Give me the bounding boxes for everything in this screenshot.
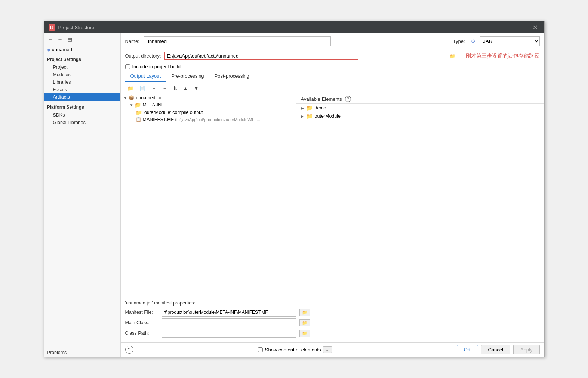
jar-icon: 📦 <box>129 95 134 100</box>
back-button[interactable]: ← <box>46 35 55 43</box>
tree-node-label-unnamed-jar: unnamed.jar <box>136 95 162 100</box>
sidebar-item-problems[interactable]: Problems <box>44 347 120 357</box>
name-input[interactable] <box>144 36 331 46</box>
sidebar-item-sdks[interactable]: SDKs <box>44 111 120 119</box>
type-label: Type: <box>453 38 465 44</box>
tree-node-outer-module-output[interactable]: 📁 'outerModule' compile output <box>121 109 296 116</box>
show-content-checkbox[interactable] <box>258 347 263 352</box>
output-dir-input[interactable] <box>167 53 355 59</box>
ok-button[interactable]: OK <box>457 345 478 354</box>
nav-toolbar: ← → ▤ <box>44 33 120 45</box>
folder-icon-outer-module-avail: 📁 <box>306 113 313 119</box>
avail-item-demo[interactable]: ▶ 📁 demo <box>296 104 544 112</box>
avail-item-outer-module-label: outerModule <box>315 114 341 119</box>
forward-button[interactable]: → <box>56 35 64 43</box>
tree-node-label-meta-inf: META-INF <box>142 102 164 108</box>
tabs-bar: Output Layout Pre-processing Post-proces… <box>121 71 544 82</box>
show-content-label: Show content of elements <box>265 347 321 353</box>
name-type-row: Name: Type: ⚙ JAR <box>121 33 544 49</box>
folder-icon-demo: 📁 <box>306 105 313 111</box>
move-down-button[interactable]: ▼ <box>191 84 201 92</box>
layout-toolbar: 📁 📄 ＋ － ⇅ ▲ ▼ <box>121 82 544 94</box>
help-icon-elements[interactable]: ? <box>345 96 351 102</box>
tree-node-label-outer-module: 'outerModule' compile output <box>144 110 203 115</box>
available-elements-panel: Available Elements ? ▶ 📁 demo ▶ 📁 outerM… <box>296 94 544 297</box>
manifest-properties-title: 'unnamed.jar' manifest properties: <box>125 300 540 306</box>
close-button[interactable]: ✕ <box>530 23 540 32</box>
sidebar-item-facets[interactable]: Facets <box>44 86 120 93</box>
tab-pre-processing[interactable]: Pre-processing <box>166 71 209 82</box>
folder-icon-outer-module: 📁 <box>136 109 142 115</box>
manifest-properties-section: 'unnamed.jar' manifest properties: Manif… <box>121 297 544 342</box>
ok-cancel-row: OK Cancel Apply <box>457 345 540 354</box>
output-dir-browse-button[interactable]: 📁 <box>450 53 455 59</box>
output-dir-box <box>164 52 358 60</box>
dotdotdot-button[interactable]: ... <box>323 346 332 353</box>
sidebar-item-unnamed[interactable]: ◆ unnamed <box>44 45 120 54</box>
class-path-input[interactable] <box>162 329 296 338</box>
add-button[interactable]: ＋ <box>149 84 158 93</box>
remove-button[interactable]: － <box>160 84 169 93</box>
sidebar-item-artifacts[interactable]: Artifacts <box>44 93 120 101</box>
annotation-text: 刚才第三步设置的jar包存储路径 <box>466 53 540 59</box>
type-icon: ⚙ <box>471 38 475 44</box>
tab-post-processing[interactable]: Post-processing <box>209 71 255 82</box>
type-select[interactable]: JAR <box>480 36 540 46</box>
cancel-button[interactable]: Cancel <box>481 345 510 354</box>
main-class-browse-button[interactable]: 📁 <box>299 319 310 326</box>
avail-item-demo-label: demo <box>315 105 326 111</box>
module-icon: ◆ <box>47 47 50 52</box>
output-dir-label: Output directory: <box>125 53 161 59</box>
bottom-bar: ? Show content of elements ... OK Cancel… <box>121 342 544 357</box>
tree-node-unnamed-jar[interactable]: ▼ 📦 unnamed.jar <box>121 94 296 101</box>
class-path-row: Class Path: 📁 <box>125 329 540 338</box>
split-pane: ▼ 📦 unnamed.jar ▼ 📁 META-INF 📁 <box>121 94 544 297</box>
add-file-button[interactable]: 📄 <box>137 84 148 92</box>
tree-node-label-manifest: MANIFEST.MF (E:\javaApp\out\production\o… <box>143 117 261 122</box>
main-class-input[interactable] <box>162 318 296 327</box>
sidebar-item-project[interactable]: Project <box>44 63 120 71</box>
recent-button[interactable]: ▤ <box>66 35 74 43</box>
tab-output-layout[interactable]: Output Layout <box>125 71 166 82</box>
intellij-logo: IJ <box>49 24 55 31</box>
class-path-browse-button[interactable]: 📁 <box>299 330 310 337</box>
sidebar-item-global-libraries[interactable]: Global Libraries <box>44 119 120 126</box>
project-settings-header: Project Settings <box>44 54 120 63</box>
manifest-file-input[interactable] <box>162 308 296 317</box>
include-label: Include in project build <box>132 64 181 69</box>
main-class-row: Main Class: 📁 <box>125 318 540 327</box>
manifest-icon: 📋 <box>136 117 141 122</box>
sort-button[interactable]: ⇅ <box>171 84 179 92</box>
available-elements-label: Available Elements <box>301 96 342 102</box>
available-elements-header: Available Elements ? <box>296 94 544 104</box>
tree-node-manifest-mf[interactable]: 📋 MANIFEST.MF (E:\javaApp\out\production… <box>121 116 296 123</box>
class-path-label: Class Path: <box>125 331 159 336</box>
platform-settings-header: Platform Settings <box>44 101 120 111</box>
sidebar: ← → ▤ ◆ unnamed Project Settings Project… <box>44 33 121 357</box>
right-panel: Name: Type: ⚙ JAR Output directory: 📁 刚才… <box>121 33 544 357</box>
apply-button[interactable]: Apply <box>513 345 540 354</box>
titlebar: IJ Project Structure ✕ <box>44 21 544 33</box>
include-checkbox[interactable] <box>125 64 130 69</box>
include-row: Include in project build <box>121 62 544 71</box>
manifest-file-row: Manifest File: 📁 <box>125 308 540 317</box>
help-button[interactable]: ? <box>125 346 133 354</box>
main-content: ← → ▤ ◆ unnamed Project Settings Project… <box>44 33 544 357</box>
output-layout-tree: ▼ 📦 unnamed.jar ▼ 📁 META-INF 📁 <box>121 94 296 297</box>
sidebar-item-label: unnamed <box>52 47 72 52</box>
window-title: Project Structure <box>58 25 95 30</box>
avail-item-outer-module[interactable]: ▶ 📁 outerModule <box>296 112 544 120</box>
tree-node-meta-inf[interactable]: ▼ 📁 META-INF <box>121 101 296 109</box>
name-label: Name: <box>125 38 139 44</box>
sidebar-item-modules[interactable]: Modules <box>44 71 120 78</box>
sidebar-item-libraries[interactable]: Libraries <box>44 78 120 86</box>
manifest-file-label: Manifest File: <box>125 310 159 315</box>
add-directory-button[interactable]: 📁 <box>125 84 136 92</box>
show-content-row: Show content of elements ... <box>258 346 332 353</box>
folder-icon-meta-inf: 📁 <box>135 102 141 108</box>
manifest-file-browse-button[interactable]: 📁 <box>299 309 310 316</box>
output-dir-row: Output directory: 📁 刚才第三步设置的jar包存储路径 <box>121 49 544 62</box>
main-class-label: Main Class: <box>125 320 159 325</box>
move-up-button[interactable]: ▲ <box>181 84 190 92</box>
titlebar-left: IJ Project Structure <box>49 24 95 31</box>
